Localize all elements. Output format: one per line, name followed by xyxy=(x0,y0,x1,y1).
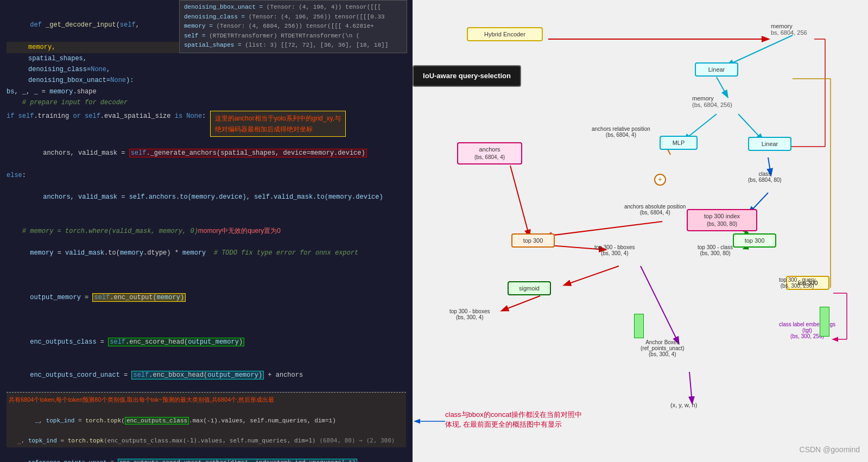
plus-circle: + xyxy=(654,174,666,186)
linear2-box: Linear xyxy=(748,137,791,151)
annotation-topk: 共有6804个token,每个token预测80个类别值,取出每个tok~预测的… xyxy=(7,392,406,447)
svg-line-6 xyxy=(510,166,529,236)
top300-class-label: top 300 - class(bs, 300, 80) xyxy=(698,244,733,256)
svg-line-12 xyxy=(565,266,619,285)
csdn-watermark: CSDN @goomind xyxy=(800,445,860,454)
code-panel: denoising_bbox_unact = (Tensor: (4, 196,… xyxy=(0,0,413,462)
green-indicator-2 xyxy=(820,307,829,337)
svg-line-2 xyxy=(717,77,727,97)
top300-bboxes2-label: top 300 - bboxes(bs, 300, 4) xyxy=(449,308,490,320)
hybrid-encoder-box: Hybrid Encoder xyxy=(467,27,543,41)
top300-bboxes1-label: top 300 - bboxes(bs, 300, 4) xyxy=(594,244,635,256)
top300-left-box: top 300 xyxy=(511,233,555,248)
xywhLabel: (x, y, w, h) xyxy=(670,402,697,408)
tooltip-popup: denoising_bbox_unact = (Tensor: (4, 196,… xyxy=(179,0,407,53)
memory2-label: memory(bs, 6804, 256) xyxy=(692,95,732,108)
top300-query-label: top 300 - query(bs, 300, 256) xyxy=(779,277,815,289)
code-content: def _get_decoder_input(self, memory, spa… xyxy=(0,0,413,462)
svg-line-4 xyxy=(738,114,763,140)
anchors-abs-label: anchors absolute position(bs, 6804, 4) xyxy=(624,204,686,216)
anchor-boxes-label: Anchor Boxes(ref_points_unact)(bs, 300, … xyxy=(641,339,685,357)
green-indicator-1 xyxy=(634,314,644,338)
class-label: class(bs, 6804, 80) xyxy=(748,171,782,183)
anchors-box: anchors(bs, 6804, 4) xyxy=(457,142,522,164)
svg-line-1 xyxy=(727,35,793,65)
linear1-box: Linear xyxy=(695,62,738,77)
svg-line-13 xyxy=(502,296,540,311)
iou-title-box: IoU-aware query-selection xyxy=(413,65,521,87)
mlp-box: MLP xyxy=(660,136,698,150)
svg-line-10 xyxy=(546,221,662,236)
top300-center-box: top 300 xyxy=(733,233,776,248)
sigmoid-box: sigmoid xyxy=(508,281,551,295)
memory-label-top: memorybs, 6804, 256 xyxy=(771,23,807,36)
top300-index-box: top 300 index(bs, 300, 80) xyxy=(687,209,757,231)
diagram-panel: IoU-aware query-selection Hybrid Encoder… xyxy=(413,0,868,462)
svg-line-14 xyxy=(641,266,679,343)
anchors-rel-label: anchors relative position(bs, 6804, 4) xyxy=(592,126,650,138)
bottom-annotation: class与bbox的concat操作都没在当前对照中 体现, 在最前面更全的概… xyxy=(445,410,582,429)
svg-line-17 xyxy=(689,372,692,403)
